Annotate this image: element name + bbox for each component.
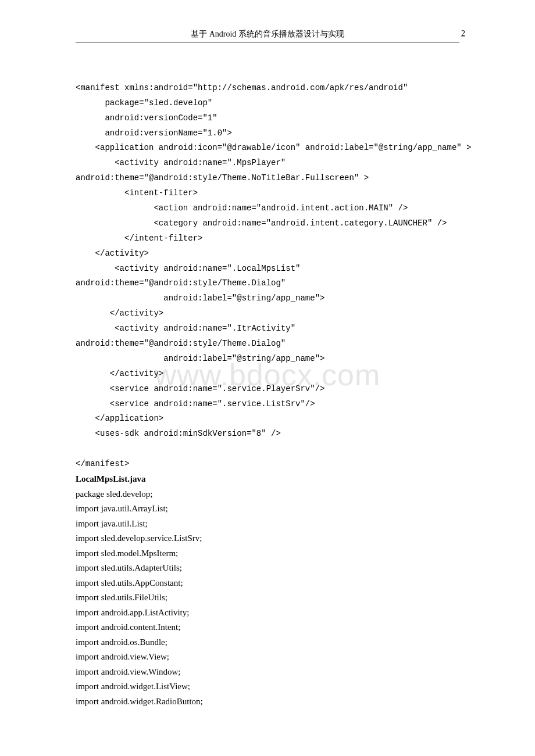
code-line: android:label="@string/app_name">	[76, 293, 324, 303]
code-line: import java.util.ArrayList;	[76, 501, 459, 517]
code-line: android:theme="@android:style/Theme.Dial…	[76, 278, 286, 288]
page-number: 2	[461, 29, 465, 38]
code-line: import android.view.Window;	[76, 665, 459, 680]
code-line: <activity android:name=".ItrActivity"	[76, 324, 295, 333]
code-line: <activity android:name=".MpsPlayer"	[76, 158, 286, 167]
code-line: <service android:name=".service.ListSrv"…	[76, 399, 315, 409]
code-line: </activity>	[76, 249, 149, 258]
code-line: <uses-sdk android:minSdkVersion="8" />	[76, 429, 281, 438]
code-line: package sled.develop;	[76, 487, 459, 502]
code-line: import android.os.Bundle;	[76, 635, 459, 650]
code-line: <service android:name=".service.PlayerSr…	[76, 384, 324, 393]
code-line: import android.view.View;	[76, 650, 459, 665]
code-line: <activity android:name=".LocalMpsList"	[76, 264, 300, 273]
code-line: import android.widget.ListView;	[76, 679, 459, 694]
code-line: </manifest>	[76, 459, 129, 468]
java-code-block: package sled.develop; import java.util.A…	[76, 487, 459, 710]
code-line: </activity>	[76, 309, 163, 318]
code-line: <application android:icon="@drawable/ico…	[76, 143, 472, 152]
code-line: import sled.utils.FileUtils;	[76, 590, 459, 605]
code-line: <category android:name="android.intent.c…	[76, 218, 447, 228]
code-line: import sled.develop.service.ListSrv;	[76, 531, 459, 546]
code-line: import android.widget.RadioButton;	[76, 694, 459, 710]
code-line: import android.app.ListActivity;	[76, 605, 459, 621]
code-line: android:theme="@android:style/Theme.NoTi…	[76, 173, 369, 182]
code-line: </intent-filter>	[76, 234, 202, 243]
code-line: </application>	[76, 414, 163, 423]
code-line: android:label="@string/app_name">	[76, 354, 324, 363]
code-line: android:versionCode="1"	[76, 113, 217, 123]
code-line: <action android:name="android.intent.act…	[76, 203, 408, 213]
code-line: package="sled.develop"	[76, 98, 212, 108]
code-line: import sled.model.MpsIterm;	[76, 546, 459, 561]
code-line: import android.content.Intent;	[76, 620, 459, 635]
java-filename: LocalMpsList.java	[76, 472, 459, 487]
code-line: android:theme="@android:style/Theme.Dial…	[76, 339, 286, 348]
code-line: </activity>	[76, 369, 163, 378]
code-line: <manifest xmlns:android="http://schemas.…	[76, 83, 408, 92]
code-line: import java.util.List;	[76, 517, 459, 532]
code-line: import sled.utils.AdapterUtils;	[76, 561, 459, 576]
page-header: 基于 Android 系统的音乐播放器设计与实现 2	[76, 29, 459, 42]
xml-code-block: <manifest xmlns:android="http://schemas.…	[76, 66, 459, 472]
code-line: android:versionName="1.0">	[76, 128, 232, 138]
document-body: <manifest xmlns:android="http://schemas.…	[76, 66, 459, 709]
header-title: 基于 Android 系统的音乐播放器设计与实现	[191, 30, 344, 38]
code-line: <intent-filter>	[76, 188, 198, 198]
code-line: import sled.utils.AppConstant;	[76, 576, 459, 591]
